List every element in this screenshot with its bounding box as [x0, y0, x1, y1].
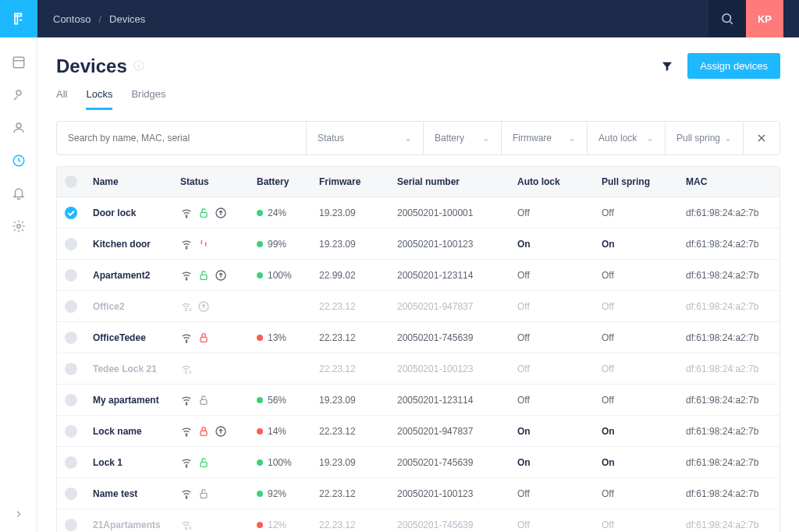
device-name: Lock 1 [93, 457, 180, 468]
mac-cell: df:61:98:24:a2:7b [686, 301, 772, 312]
clear-filters-button[interactable] [744, 122, 779, 154]
row-radio[interactable] [65, 456, 77, 469]
row-radio[interactable] [65, 332, 77, 344]
filter-icon[interactable] [661, 60, 673, 73]
sidebar-notifications-icon[interactable] [11, 186, 27, 201]
mac-cell: df:61:98:24:a2:7b [686, 426, 772, 437]
tab-all[interactable]: All [56, 83, 67, 110]
breadcrumb-page[interactable]: Devices [109, 13, 145, 25]
battery-cell: 100% [257, 270, 319, 281]
svg-rect-6 [201, 212, 207, 217]
svg-point-24 [186, 497, 186, 498]
col-firmware[interactable]: Frimware [319, 176, 397, 187]
battery-dot [257, 428, 263, 434]
sidebar-keys-icon[interactable] [11, 87, 27, 103]
svg-point-5 [186, 216, 186, 217]
mac-cell: df:61:98:24:a2:7b [686, 364, 772, 374]
firmware-cell: 22.23.12 [319, 426, 397, 437]
col-name[interactable]: Name [93, 176, 180, 187]
svg-rect-0 [13, 57, 24, 68]
table-row[interactable]: Name test 92% 22.23.12 20050201-100123 O… [57, 478, 779, 509]
col-autolock[interactable]: Auto lock [517, 176, 602, 187]
tab-locks[interactable]: Locks [86, 83, 112, 110]
firmware-cell: 22.23.12 [319, 488, 397, 499]
lock-icon [197, 207, 210, 219]
firmware-cell: 22.23.12 [319, 332, 397, 343]
table-row[interactable]: OfficeTedee 13% 22.23.12 20050201-745639… [57, 322, 779, 353]
table-row[interactable]: Kitchen door 99% 19.23.09 20050201-10012… [57, 229, 779, 260]
autolock-cell: On [517, 426, 602, 437]
mac-cell: df:61:98:24:a2:7b [686, 332, 772, 343]
sidebar-settings-icon[interactable] [11, 218, 27, 234]
sidebar-expand-icon[interactable] [13, 509, 24, 520]
table-row[interactable]: Lock name 14% 22.23.12 20050201-947837 O… [57, 416, 779, 447]
pullspring-cell: Off [602, 395, 686, 406]
pullspring-cell: Off [602, 520, 686, 530]
row-radio[interactable] [65, 519, 77, 531]
search-cell[interactable] [57, 122, 307, 154]
sidebar-activity-icon[interactable] [11, 153, 27, 168]
svg-point-3 [16, 225, 20, 229]
table-row[interactable]: 21Apartaments 12% 22.23.12 20050201-7456… [57, 509, 779, 532]
table-body: Door lock 24% 19.23.09 20050201-100001 O… [56, 197, 780, 532]
filter-firmware[interactable]: Firmware⌄ [502, 122, 588, 154]
row-radio[interactable] [65, 394, 77, 406]
row-radio[interactable] [65, 300, 77, 313]
row-radio[interactable] [65, 488, 77, 500]
assign-devices-button[interactable]: Assign devices [687, 53, 780, 79]
col-pullspring[interactable]: Pull spring [602, 176, 686, 187]
tabs: All Locks Bridges [56, 83, 780, 110]
autolock-cell: Off [517, 270, 602, 281]
col-battery[interactable]: Battery [257, 176, 319, 187]
filter-battery[interactable]: Battery⌄ [424, 122, 502, 154]
filter-pullspring[interactable]: Pull spring⌄ [666, 122, 744, 154]
status-icons [180, 332, 257, 344]
wifi-icon [180, 394, 193, 406]
mac-cell: df:61:98:24:a2:7b [686, 520, 772, 530]
status-icons [180, 394, 257, 406]
col-mac[interactable]: MAC [686, 176, 772, 187]
table-row[interactable]: Door lock 24% 19.23.09 20050201-100001 O… [57, 197, 779, 229]
row-radio[interactable] [65, 207, 77, 219]
search-input[interactable] [68, 133, 295, 144]
table-row[interactable]: Apartament2 100% 22.99.02 20050201-12311… [57, 260, 779, 291]
col-serial[interactable]: Serial number [397, 176, 517, 187]
device-name: Kitchen door [93, 239, 180, 250]
autolock-cell: Off [517, 332, 602, 343]
row-radio[interactable] [65, 238, 77, 250]
firmware-cell: 19.23.09 [319, 207, 397, 218]
table-row[interactable]: My apartament 56% 19.23.09 20050201-1231… [57, 385, 779, 416]
serial-cell: 20050201-745639 [397, 520, 517, 530]
global-search-button[interactable] [708, 0, 746, 37]
sidebar-dashboard-icon[interactable] [11, 55, 27, 70]
select-all-radio[interactable] [65, 176, 77, 188]
row-radio[interactable] [65, 425, 77, 438]
pullspring-cell: Off [602, 364, 686, 374]
autolock-cell: Off [517, 364, 602, 374]
filter-autolock[interactable]: Auto lock⌄ [588, 122, 666, 154]
pullspring-cell: Off [602, 270, 686, 281]
sidebar-users-icon[interactable] [11, 120, 27, 136]
col-status[interactable]: Status [180, 176, 257, 187]
table-row[interactable]: Lock 1 100% 19.23.09 20050201-745639 On … [57, 447, 779, 478]
upload-icon [215, 207, 227, 219]
avatar[interactable]: KP [746, 0, 783, 37]
page-title: Devices [56, 55, 127, 77]
battery-cell: 13% [257, 332, 319, 343]
table-row[interactable]: Tedee Lock 21 22.23.12 20050201-100123 O… [57, 353, 779, 385]
table-row[interactable]: Office2 22.23.12 20050201-947837 Off Off… [57, 291, 779, 322]
battery-dot [257, 210, 263, 216]
row-radio[interactable] [65, 269, 77, 282]
wifi-icon [180, 519, 193, 531]
mac-cell: df:61:98:24:a2:7b [686, 395, 772, 406]
info-icon[interactable]: ⓘ [133, 59, 144, 73]
pullspring-cell: Off [602, 488, 686, 499]
filter-status[interactable]: Status⌄ [307, 122, 424, 154]
tab-bridges[interactable]: Bridges [131, 83, 165, 110]
breadcrumb-org[interactable]: Contoso [53, 13, 91, 25]
logo[interactable] [0, 0, 37, 37]
pullspring-cell: Off [602, 207, 686, 218]
device-name: OfficeTedee [93, 332, 180, 343]
firmware-cell: 19.23.09 [319, 395, 397, 406]
row-radio[interactable] [65, 363, 77, 375]
